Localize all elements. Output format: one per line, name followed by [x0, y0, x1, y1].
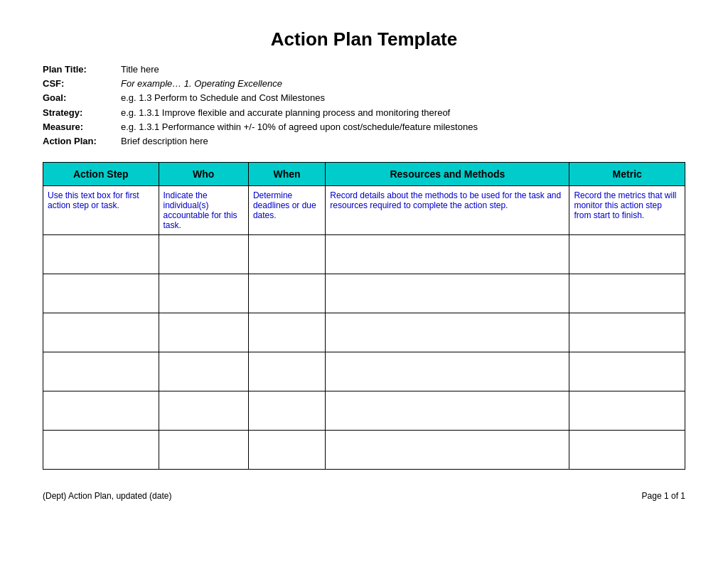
header-who: Who — [159, 163, 248, 186]
cell-when-2 — [248, 235, 325, 274]
cell-resources-5 — [326, 352, 569, 391]
plan-title-label: Plan Title: — [43, 63, 121, 76]
cell-metric-1: Record the metrics that will monitor thi… — [569, 186, 685, 235]
table-row-3 — [43, 274, 685, 313]
csf-value: For example… 1. Operating Excellence — [121, 77, 282, 90]
measure-label: Measure: — [43, 121, 121, 134]
csf-row: CSF: For example… 1. Operating Excellenc… — [43, 77, 685, 90]
table-row-7 — [43, 431, 685, 470]
cell-resources-6 — [326, 391, 569, 431]
cell-action-step-7 — [43, 431, 159, 470]
cell-action-step-4 — [43, 313, 159, 352]
table-row-5 — [43, 352, 685, 391]
header-metric: Metric — [569, 163, 685, 186]
table-row-6 — [43, 391, 685, 431]
strategy-value: e.g. 1.3.1 Improve flexible and accurate… — [121, 107, 450, 119]
plan-title-row: Plan Title: Title here — [43, 63, 685, 76]
cell-metric-4 — [569, 313, 685, 352]
measure-row: Measure: e.g. 1.3.1 Performance within +… — [43, 121, 685, 134]
cell-who-7 — [159, 431, 248, 470]
cell-who-5 — [159, 352, 248, 391]
table-header-row: Action Step Who When Resources and Metho… — [43, 163, 685, 186]
footer-left: (Dept) Action Plan, updated (date) — [43, 491, 171, 501]
table-row-4 — [43, 313, 685, 352]
cell-when-6 — [248, 391, 325, 431]
action-plan-value: Brief description here — [121, 135, 208, 148]
cell-when-1: Determine deadlines or due dates. — [248, 186, 325, 235]
header-action-step: Action Step — [43, 163, 159, 186]
header-when: When — [248, 163, 325, 186]
cell-resources-4 — [326, 313, 569, 352]
cell-who-4 — [159, 313, 248, 352]
meta-section: Plan Title: Title here CSF: For example…… — [43, 63, 685, 148]
cell-when-5 — [248, 352, 325, 391]
cell-metric-6 — [569, 391, 685, 431]
goal-label: Goal: — [43, 92, 121, 104]
goal-value: e.g. 1.3 Perform to Schedule and Cost Mi… — [121, 92, 325, 104]
cell-resources-2 — [326, 235, 569, 274]
footer-right: Page 1 of 1 — [642, 491, 685, 501]
cell-action-step-3 — [43, 274, 159, 313]
cell-who-1: Indicate the individual(s) accountable f… — [159, 186, 248, 235]
cell-when-3 — [248, 274, 325, 313]
cell-resources-3 — [326, 274, 569, 313]
cell-resources-7 — [326, 431, 569, 470]
csf-label: CSF: — [43, 77, 121, 90]
strategy-label: Strategy: — [43, 107, 121, 119]
cell-metric-2 — [569, 235, 685, 274]
plan-title-value: Title here — [121, 63, 159, 76]
cell-action-step-2 — [43, 235, 159, 274]
strategy-row: Strategy: e.g. 1.3.1 Improve flexible an… — [43, 107, 685, 119]
page: Action Plan Template Plan Title: Title h… — [0, 0, 728, 529]
cell-action-step-1: Use this text box for first action step … — [43, 186, 159, 235]
cell-who-3 — [159, 274, 248, 313]
cell-action-step-5 — [43, 352, 159, 391]
table-row-1: Use this text box for first action step … — [43, 186, 685, 235]
cell-resources-1: Record details about the methods to be u… — [326, 186, 569, 235]
cell-metric-5 — [569, 352, 685, 391]
action-plan-table: Action Step Who When Resources and Metho… — [43, 162, 685, 470]
page-title: Action Plan Template — [43, 28, 685, 50]
measure-value: e.g. 1.3.1 Performance within +/- 10% of… — [121, 121, 478, 134]
footer: (Dept) Action Plan, updated (date) Page … — [43, 491, 685, 501]
action-plan-row: Action Plan: Brief description here — [43, 135, 685, 148]
action-plan-label: Action Plan: — [43, 135, 121, 148]
cell-metric-3 — [569, 274, 685, 313]
cell-who-6 — [159, 391, 248, 431]
cell-when-7 — [248, 431, 325, 470]
cell-when-4 — [248, 313, 325, 352]
cell-action-step-6 — [43, 391, 159, 431]
table-row-2 — [43, 235, 685, 274]
header-resources: Resources and Methods — [326, 163, 569, 186]
cell-who-2 — [159, 235, 248, 274]
cell-metric-7 — [569, 431, 685, 470]
goal-row: Goal: e.g. 1.3 Perform to Schedule and C… — [43, 92, 685, 104]
